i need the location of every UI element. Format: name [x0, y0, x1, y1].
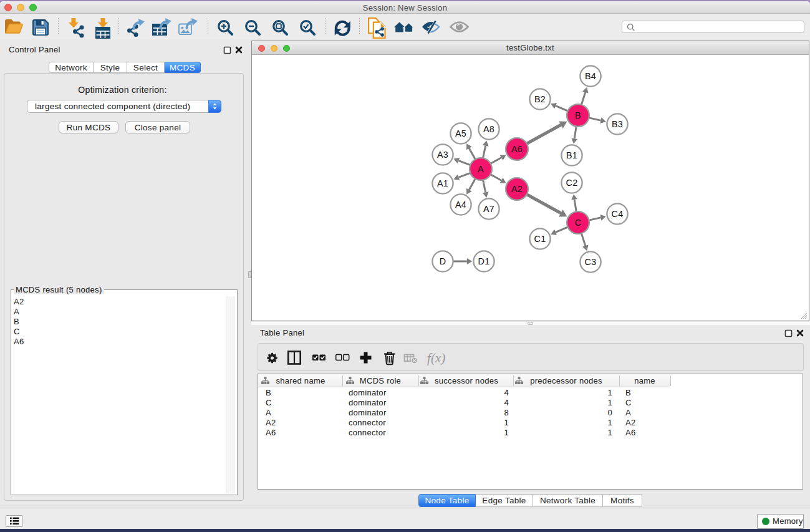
svg-text:D: D [440, 256, 446, 266]
svg-text:8: 8 [504, 408, 509, 417]
svg-text:A5: A5 [455, 128, 466, 138]
svg-text:C: C [625, 398, 632, 407]
svg-text:A2: A2 [625, 418, 636, 427]
svg-text:0: 0 [607, 408, 612, 417]
svg-text:1: 1 [607, 398, 612, 407]
svg-text:A2: A2 [511, 184, 523, 194]
svg-text:B: B [266, 388, 271, 397]
svg-text:1: 1 [504, 418, 509, 427]
svg-text:A6: A6 [625, 428, 636, 437]
svg-text:B4: B4 [585, 71, 596, 81]
svg-text:A: A [266, 408, 271, 417]
svg-text:C2: C2 [566, 178, 578, 188]
svg-text:A1: A1 [437, 178, 448, 188]
svg-text:C4: C4 [612, 209, 624, 219]
svg-text:4: 4 [504, 398, 509, 407]
svg-text:A7: A7 [483, 204, 494, 214]
svg-text:C1: C1 [534, 234, 546, 244]
svg-text:f(x): f(x) [427, 351, 446, 365]
svg-text:B: B [575, 110, 581, 120]
svg-text:name: name [634, 376, 655, 385]
svg-text:dominator: dominator [349, 408, 387, 417]
svg-text:dominator: dominator [349, 398, 387, 407]
svg-text:1: 1 [607, 418, 612, 427]
svg-text:C3: C3 [585, 257, 597, 267]
svg-text:1: 1 [607, 428, 612, 437]
svg-text:B3: B3 [612, 119, 623, 129]
svg-text:B1: B1 [566, 150, 577, 160]
svg-text:C: C [266, 398, 272, 407]
svg-text:successor nodes: successor nodes [435, 376, 498, 385]
svg-text:shared name: shared name [276, 376, 325, 385]
svg-text:dominator: dominator [349, 388, 387, 397]
svg-text:connector: connector [349, 428, 386, 437]
svg-text:B2: B2 [534, 94, 546, 104]
svg-text:A2: A2 [266, 418, 276, 427]
svg-text:1: 1 [607, 388, 612, 397]
svg-text:A: A [625, 408, 631, 417]
svg-text:MCDS role: MCDS role [360, 376, 401, 385]
svg-text:C: C [575, 218, 582, 228]
svg-text:connector: connector [349, 418, 386, 427]
svg-text:A8: A8 [483, 124, 494, 134]
svg-text:4: 4 [504, 388, 509, 397]
svg-text:A4: A4 [455, 200, 466, 210]
svg-text:1: 1 [504, 428, 509, 437]
svg-text:D1: D1 [478, 256, 490, 266]
svg-text:A6: A6 [266, 428, 276, 437]
svg-text:A3: A3 [437, 150, 448, 160]
svg-text:A6: A6 [511, 144, 523, 154]
svg-text:A: A [478, 164, 484, 174]
svg-text:B: B [625, 388, 631, 397]
svg-text:predecessor nodes: predecessor nodes [530, 376, 602, 385]
